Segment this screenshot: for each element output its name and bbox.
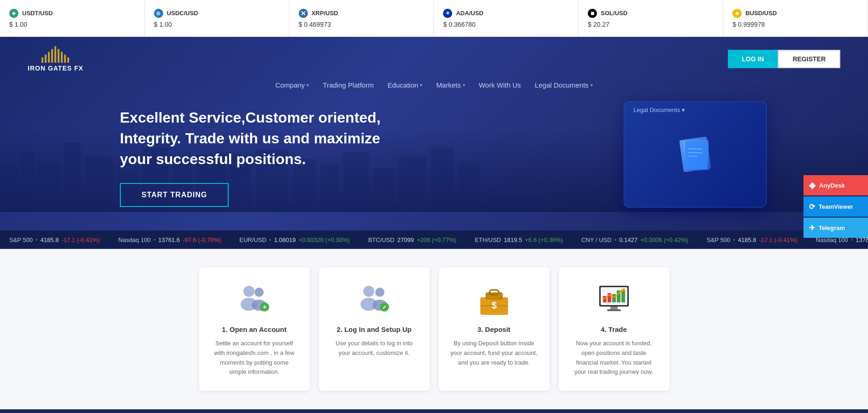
logo-bar-3 [48, 52, 50, 63]
sol-symbol: SOL/USD [601, 10, 627, 17]
trade-icon [596, 281, 632, 318]
logo-bar-1 [41, 57, 43, 63]
legal-document-visual [667, 131, 723, 177]
svg-rect-39 [486, 293, 502, 299]
usdc-symbol: USDC/USD [167, 10, 198, 17]
telegram-label: Telegram [819, 224, 845, 231]
xrp-symbol: XRP/USD [312, 10, 338, 17]
logo-bars [41, 46, 69, 63]
step-card-4: 4. Trade Now your account is funded, ope… [559, 267, 669, 391]
nav-item-trading-platform[interactable]: Trading Platform [323, 81, 373, 89]
svg-rect-21 [685, 141, 709, 170]
marquee-item-eurusd: EUR/USD • 1.08019 +0.00320 (+0.30%) [239, 236, 349, 243]
logo-bar-7 [61, 52, 63, 63]
side-buttons: ◈ AnyDesk ⟳ TeamViewer ✈ Telegram [803, 175, 868, 238]
telegram-button[interactable]: ✈ Telegram [803, 218, 868, 238]
step-4-desc: Now your account is funded, open positio… [570, 339, 658, 377]
marquee-content: S&P 500 • 4185.8 -17.1 (-0.41%) Nasdaq 1… [0, 236, 868, 243]
svg-rect-45 [610, 307, 618, 309]
svg-rect-46 [607, 309, 621, 311]
logo-bar-9 [67, 57, 69, 63]
step-4-title: 4. Trade [570, 325, 658, 333]
svg-line-23 [688, 152, 702, 153]
auth-buttons: LOG IN REGISTER [728, 50, 840, 68]
usdt-icon: ◆ [9, 9, 18, 18]
svg-rect-49 [612, 294, 616, 302]
nav-item-legal-documents[interactable]: Legal Documents ▾ [535, 81, 593, 89]
logo: IRON GATES FX [28, 46, 83, 72]
step-2-desc: Use your details to log in into your acc… [331, 339, 418, 358]
steps-section: + 1. Open an Account Settle an account f… [0, 249, 868, 409]
marquee-bar: S&P 500 • 4185.8 -17.1 (-0.41%) Nasdaq 1… [0, 230, 868, 249]
teamviewer-button[interactable]: ⟳ TeamViewer [803, 196, 868, 217]
legal-popup-header: Legal Documents ▾ [624, 102, 766, 118]
busd-price: $ 0.999978 [732, 21, 858, 28]
step-card-3: $ 3. Deposit By using Deposit button ins… [439, 267, 549, 391]
svg-point-33 [375, 288, 384, 297]
xrp-icon: ✕ [299, 9, 308, 18]
marquee-item-sp500: S&P 500 • 4185.8 -17.1 (-0.41%) [9, 236, 100, 243]
telegram-icon: ✈ [809, 224, 815, 232]
start-trading-button[interactable]: START TRADING [120, 183, 229, 207]
hero-content: Excellent Service,Customer oriented, Int… [0, 98, 415, 225]
anydesk-icon: ◈ [809, 180, 815, 190]
svg-rect-16 [431, 148, 454, 212]
nav-item-work-with-us[interactable]: Work With Us [479, 81, 521, 89]
hero-headline: Excellent Service,Customer oriented, Int… [120, 107, 387, 169]
step-3-desc: By using Deposit button inside your acco… [450, 339, 538, 367]
step-1-title: 1. Open an Account [211, 325, 298, 333]
teamviewer-label: TeamViewer [819, 203, 853, 210]
step-1-desc: Settle an account for yourself with iron… [211, 339, 298, 377]
logo-bar-8 [64, 54, 66, 63]
ticker-item-ada: ✳ ADA/USD $ 0.366780 [434, 0, 579, 36]
svg-point-27 [254, 288, 264, 297]
svg-text:✓: ✓ [382, 304, 387, 311]
svg-point-25 [243, 286, 254, 297]
ada-icon: ✳ [443, 9, 452, 18]
nav-menu: Company ▾ Trading Platform Education ▾ M… [0, 72, 868, 98]
nav-item-education[interactable]: Education ▾ [388, 81, 423, 89]
login-setup-icon: ✓ [356, 281, 393, 318]
svg-point-31 [363, 286, 374, 297]
register-button[interactable]: REGISTER [778, 50, 840, 68]
anydesk-label: AnyDesk [819, 182, 845, 189]
legal-popup-label: Legal Documents [633, 106, 680, 113]
hero-section: IRON GATES FX LOG IN REGISTER Company ▾ … [0, 37, 868, 230]
step-2-title: 2. Log In and Setup Up [331, 325, 418, 333]
company-dropdown-arrow: ▾ [307, 83, 309, 88]
nav-container: IRON GATES FX LOG IN REGISTER [0, 37, 868, 72]
ticker-item-xrp: ✕ XRP/USD $ 0.469973 [289, 0, 434, 36]
busd-symbol: BUSD/USD [745, 10, 777, 17]
nav-item-company[interactable]: Company ▾ [275, 81, 309, 89]
ada-symbol: ADA/USD [456, 10, 483, 17]
legal-dropdown-arrow: ▾ [590, 83, 593, 88]
ada-price: $ 0.366780 [443, 21, 569, 28]
ticker-bar: ◆ USDT/USD $ 1.00 ◎ USDC/USD $ 1.00 ✕ XR… [0, 0, 868, 37]
anydesk-button[interactable]: ◈ AnyDesk [803, 175, 868, 195]
ticker-item-sol: ◼ SOL/USD $ 20.27 [579, 0, 723, 36]
svg-rect-17 [459, 161, 479, 212]
markets-dropdown-arrow: ▾ [463, 83, 465, 88]
step-card-2: ✓ 2. Log In and Setup Up Use your detail… [319, 267, 430, 391]
ticker-item-usdc: ◎ USDC/USD $ 1.00 [145, 0, 289, 36]
marquee-item-sp500-dup: S&P 500 • 4185.8 -17.1 (-0.41%) [707, 236, 797, 243]
usdt-symbol: USDT/USD [22, 10, 53, 17]
svg-line-22 [688, 148, 702, 149]
svg-rect-40 [490, 290, 499, 295]
marquee-item-nasdaq: Nasdaq 100 • 13761.6 -97.6 (-0.70%) [118, 236, 221, 243]
logo-bar-4 [51, 49, 53, 63]
svg-text:+: + [262, 303, 266, 311]
ticker-item-usdt: ◆ USDT/USD $ 1.00 [0, 0, 145, 36]
logo-bar-5 [54, 46, 56, 63]
open-account-icon: + [236, 281, 273, 318]
legal-popup-arrow: ▾ [682, 106, 685, 113]
marquee-item-ethusd: ETH/USD 1819.5 +6.6 (+0.36%) [475, 236, 563, 243]
teamviewer-icon: ⟳ [809, 202, 815, 211]
usdc-icon: ◎ [154, 9, 163, 18]
nav-item-markets[interactable]: Markets ▾ [436, 81, 465, 89]
busd-icon: ◈ [732, 9, 742, 18]
login-button[interactable]: LOG IN [728, 50, 778, 68]
education-dropdown-arrow: ▾ [420, 83, 422, 88]
sol-icon: ◼ [588, 9, 597, 18]
xrp-price: $ 0.469973 [299, 21, 425, 28]
